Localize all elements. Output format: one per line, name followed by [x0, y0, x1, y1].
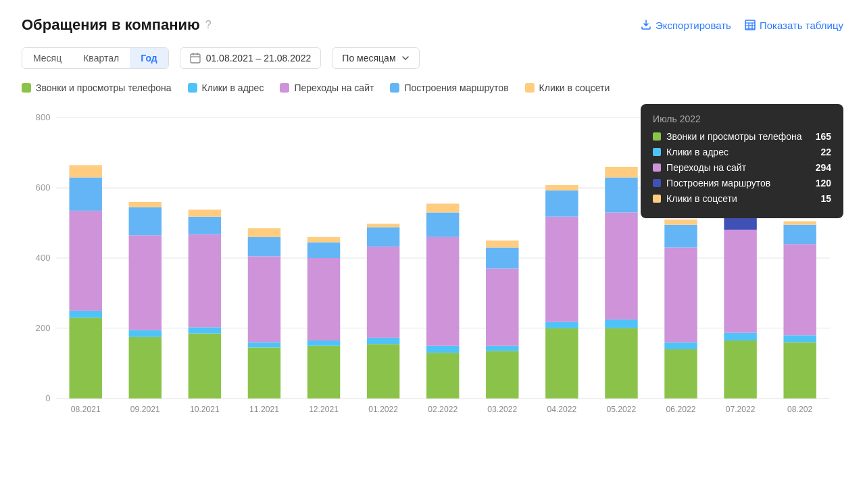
svg-rect-70 [545, 217, 578, 322]
svg-text:08.2021: 08.2021 [71, 405, 101, 414]
svg-rect-27 [129, 330, 162, 336]
tooltip-row: Клики в соцсети 15 [653, 193, 831, 204]
svg-rect-77 [605, 178, 637, 213]
tooltip-item-label: Клики в адрес [666, 147, 728, 157]
svg-rect-30 [129, 202, 162, 207]
tooltip-color-dot [653, 163, 661, 172]
svg-rect-92 [783, 343, 816, 399]
svg-rect-33 [189, 327, 221, 333]
svg-rect-34 [189, 234, 221, 328]
svg-rect-84 [664, 220, 697, 225]
svg-rect-76 [605, 212, 637, 319]
tab-month[interactable]: Месяц [22, 48, 72, 68]
tooltip-item-label: Переходы на сайт [666, 162, 746, 173]
svg-rect-68 [545, 328, 578, 399]
tab-year[interactable]: Год [130, 48, 168, 68]
svg-rect-78 [605, 167, 637, 178]
svg-rect-59 [426, 212, 459, 236]
svg-text:10.2021: 10.2021 [190, 405, 220, 414]
show-table-button[interactable]: Показать таблицу [745, 20, 843, 31]
tooltip-color-dot [653, 132, 661, 141]
page-header: Обращения в компанию ? Экспортировать По… [22, 16, 843, 34]
svg-text:400: 400 [36, 253, 51, 263]
svg-rect-75 [605, 320, 637, 328]
svg-text:11.2021: 11.2021 [249, 405, 279, 414]
tooltip-row: Построения маршрутов 120 [653, 178, 831, 188]
period-tabs: Месяц Квартал Год [22, 47, 169, 69]
svg-rect-44 [307, 346, 340, 399]
svg-rect-65 [486, 247, 518, 268]
svg-text:05.2022: 05.2022 [606, 405, 636, 414]
svg-rect-96 [783, 221, 816, 224]
svg-rect-66 [486, 241, 518, 247]
legend-item: Построения маршрутов [390, 82, 508, 93]
tooltip-color-dot [653, 195, 661, 203]
svg-rect-35 [189, 217, 221, 234]
svg-text:800: 800 [36, 112, 51, 122]
svg-rect-56 [426, 353, 459, 399]
svg-rect-83 [664, 225, 697, 248]
svg-rect-48 [307, 237, 340, 243]
tooltip-label: Построения маршрутов [653, 178, 770, 188]
legend-color [188, 83, 197, 93]
tooltip-item-value: 294 [816, 162, 831, 173]
svg-rect-29 [129, 207, 162, 236]
legend-color [280, 83, 289, 93]
legend-label: Клики в соцсети [539, 82, 610, 93]
calendar-icon [190, 53, 201, 64]
svg-text:600: 600 [36, 182, 51, 193]
export-button[interactable]: Экспортировать [641, 20, 731, 31]
legend-item: Клики в адрес [188, 82, 264, 93]
table-icon [745, 20, 756, 30]
svg-rect-32 [189, 334, 221, 399]
chart-area: 020040060080008.202109.202110.202111.202… [22, 104, 843, 435]
svg-text:0: 0 [45, 393, 50, 403]
header-actions: Экспортировать Показать таблицу [641, 20, 843, 31]
svg-rect-87 [724, 333, 756, 341]
legend: Звонки и просмотры телефона Клики в адре… [22, 82, 843, 93]
tooltip-label: Звонки и просмотры телефона [653, 131, 802, 142]
svg-rect-50 [367, 344, 399, 398]
svg-rect-80 [664, 349, 697, 399]
svg-rect-81 [664, 343, 697, 349]
svg-rect-23 [69, 178, 101, 211]
tooltip-item-label: Звонки и просмотры телефона [666, 131, 802, 142]
legend-color [525, 83, 535, 93]
svg-rect-52 [367, 247, 399, 338]
svg-rect-71 [545, 191, 578, 217]
legend-label: Построения маршрутов [404, 82, 508, 93]
svg-rect-69 [545, 322, 578, 328]
svg-text:07.2022: 07.2022 [726, 405, 756, 414]
tooltip: Июль 2022 Звонки и просмотры телефона 16… [641, 104, 843, 218]
svg-text:01.2022: 01.2022 [368, 405, 398, 414]
svg-rect-21 [69, 311, 101, 318]
groupby-selector[interactable]: По месяцам [332, 47, 419, 69]
legend-label: Звонки и просмотры телефона [36, 82, 172, 93]
title-group: Обращения в компанию ? [22, 16, 212, 34]
svg-text:09.2021: 09.2021 [130, 405, 160, 414]
svg-rect-88 [724, 230, 756, 333]
legend-item: Клики в соцсети [525, 82, 610, 93]
tooltip-item-label: Клики в соцсети [666, 193, 737, 204]
tooltip-title: Июль 2022 [653, 114, 831, 124]
date-range-picker[interactable]: 01.08.2021 – 21.08.2022 [180, 47, 322, 69]
tooltip-rows: Звонки и просмотры телефона 165 Клики в … [653, 131, 831, 204]
svg-rect-62 [486, 351, 518, 399]
svg-rect-24 [69, 165, 101, 177]
svg-text:04.2022: 04.2022 [547, 405, 576, 414]
tooltip-item-value: 165 [816, 131, 831, 142]
tooltip-label: Клики в соцсети [653, 193, 737, 204]
tooltip-item-value: 15 [820, 193, 831, 204]
legend-label: Переходы на сайт [294, 82, 374, 93]
svg-text:02.2022: 02.2022 [428, 405, 458, 414]
svg-text:08.202: 08.202 [787, 405, 812, 414]
legend-label: Клики в адрес [202, 82, 264, 93]
svg-rect-36 [189, 209, 221, 216]
tooltip-color-dot [653, 148, 661, 156]
help-icon[interactable]: ? [205, 19, 212, 31]
tab-quarter[interactable]: Квартал [72, 48, 130, 68]
svg-rect-82 [664, 247, 697, 342]
svg-rect-51 [367, 338, 399, 344]
svg-rect-41 [248, 237, 280, 257]
svg-rect-53 [367, 227, 399, 247]
